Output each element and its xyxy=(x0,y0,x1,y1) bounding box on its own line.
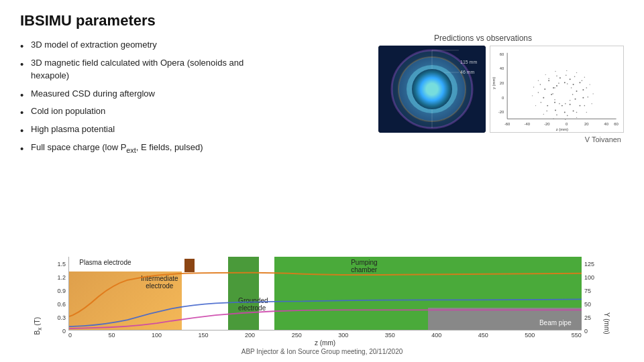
bullet-2: 3D magnetic field calculated with Opera … xyxy=(20,57,335,82)
svg-text:-20: -20 xyxy=(498,110,504,114)
y-axis-left: 1.5 1.2 0.9 0.6 0.3 0 xyxy=(44,261,68,335)
svg-text:-20: -20 xyxy=(544,122,550,126)
svg-point-35 xyxy=(576,90,578,92)
svg-point-69 xyxy=(556,115,557,116)
svg-point-43 xyxy=(559,77,561,78)
svg-point-36 xyxy=(575,99,576,100)
svg-point-87 xyxy=(586,112,587,113)
svg-point-65 xyxy=(540,84,541,85)
svg-point-74 xyxy=(586,87,588,88)
svg-point-4 xyxy=(415,73,449,105)
svg-text:20: 20 xyxy=(500,81,504,85)
x-axis-label: z (mm) xyxy=(68,339,582,347)
bullet-4: Cold ion population xyxy=(20,105,335,118)
svg-text:40: 40 xyxy=(500,66,504,70)
svg-point-91 xyxy=(584,77,585,78)
svg-point-56 xyxy=(567,83,568,84)
bullet-list: 3D model of extraction geometry 3D magne… xyxy=(20,39,335,161)
images-row: 115 mm 46 mm 60 40 20 xyxy=(378,46,624,133)
svg-point-72 xyxy=(584,105,586,107)
left-content: 3D model of extraction geometry 3D magne… xyxy=(20,32,335,251)
chart-main: Plasma electrode Intermediateelectrode G… xyxy=(68,257,582,347)
svg-point-71 xyxy=(576,112,578,113)
svg-point-60 xyxy=(565,103,566,105)
svg-point-88 xyxy=(591,103,592,104)
svg-point-73 xyxy=(587,97,588,98)
svg-point-63 xyxy=(552,93,553,95)
svg-text:40: 40 xyxy=(604,122,609,126)
svg-text:-40: -40 xyxy=(524,122,530,126)
attribution: V Toivanen xyxy=(342,135,624,143)
svg-point-70 xyxy=(567,115,568,117)
svg-point-85 xyxy=(565,119,566,120)
svg-point-47 xyxy=(582,97,584,99)
svg-point-34 xyxy=(573,84,574,85)
svg-point-52 xyxy=(547,105,548,107)
svg-point-32 xyxy=(556,85,557,86)
svg-point-68 xyxy=(546,111,547,112)
bullet-5: High plasma potential xyxy=(20,123,335,136)
svg-point-45 xyxy=(579,82,580,83)
svg-point-62 xyxy=(554,99,555,101)
svg-point-90 xyxy=(590,84,590,84)
svg-point-53 xyxy=(543,97,544,99)
svg-point-59 xyxy=(570,100,571,101)
svg-text:115 mm: 115 mm xyxy=(460,60,477,64)
svg-point-83 xyxy=(543,114,544,115)
svg-point-82 xyxy=(535,105,536,106)
chart-curves-svg xyxy=(69,257,582,330)
svg-point-94 xyxy=(555,71,555,72)
svg-point-79 xyxy=(548,78,549,79)
svg-text:y (mm): y (mm) xyxy=(492,77,496,89)
svg-text:-60: -60 xyxy=(504,122,511,126)
svg-point-48 xyxy=(579,105,580,107)
svg-point-7 xyxy=(429,86,435,92)
svg-point-81 xyxy=(532,95,533,96)
svg-point-61 xyxy=(559,103,560,105)
svg-point-66 xyxy=(538,92,539,93)
svg-point-6 xyxy=(426,84,438,95)
svg-point-44 xyxy=(570,78,571,80)
bullet-6: Full space charge (low Pext, E fields, p… xyxy=(20,141,335,156)
svg-point-50 xyxy=(564,111,566,113)
x-axis: 0 50 100 150 200 250 300 350 400 450 500… xyxy=(68,330,582,339)
svg-rect-15 xyxy=(491,46,623,132)
svg-text:20: 20 xyxy=(584,122,589,126)
footer-text: ABP Injector & Ion Source Group meeting,… xyxy=(241,348,403,355)
svg-point-41 xyxy=(553,87,554,88)
predictions-label: Predictions vs observations xyxy=(342,34,624,43)
svg-point-92 xyxy=(576,72,577,73)
svg-point-86 xyxy=(576,117,577,118)
svg-point-33 xyxy=(564,82,566,83)
svg-point-80 xyxy=(533,86,534,87)
page-title: IBSIMU parameters xyxy=(20,12,624,29)
svg-point-55 xyxy=(558,82,559,84)
svg-point-75 xyxy=(582,80,583,81)
svg-point-93 xyxy=(566,70,567,71)
top-section: 3D model of extraction geometry 3D magne… xyxy=(20,32,624,251)
bullet-1: 3D model of extraction geometry xyxy=(20,39,335,52)
y-label-right: Y (mm) xyxy=(603,312,610,335)
svg-point-64 xyxy=(554,87,555,88)
svg-text:60: 60 xyxy=(614,122,619,126)
svg-point-39 xyxy=(554,102,555,103)
svg-point-76 xyxy=(574,76,576,78)
y-axis-right: 125 100 75 50 25 0 xyxy=(582,261,602,335)
svg-point-51 xyxy=(555,110,556,111)
svg-point-42 xyxy=(548,80,549,81)
svg-point-77 xyxy=(566,75,567,76)
svg-point-40 xyxy=(551,94,552,95)
plasma-image: 115 mm 46 mm xyxy=(378,46,486,133)
svg-text:60: 60 xyxy=(500,52,504,56)
svg-point-57 xyxy=(571,87,572,88)
bullet-3: Measured CSD during afterglow xyxy=(20,88,335,101)
scatter-image: 60 40 20 0 -20 y (mm) -60 -40 -20 0 20 4… xyxy=(490,46,624,133)
page: IBSIMU parameters 3D model of extraction… xyxy=(0,0,644,362)
svg-point-96 xyxy=(538,80,539,81)
y-label-left: Bx (T) xyxy=(34,317,43,335)
svg-point-78 xyxy=(556,76,557,77)
chart-plot: Plasma electrode Intermediateelectrode G… xyxy=(68,257,582,330)
bottom-chart: Bx (T) 1.5 1.2 0.9 0.6 0.3 0 xyxy=(20,257,624,355)
svg-point-37 xyxy=(570,104,571,105)
svg-point-84 xyxy=(553,119,553,119)
